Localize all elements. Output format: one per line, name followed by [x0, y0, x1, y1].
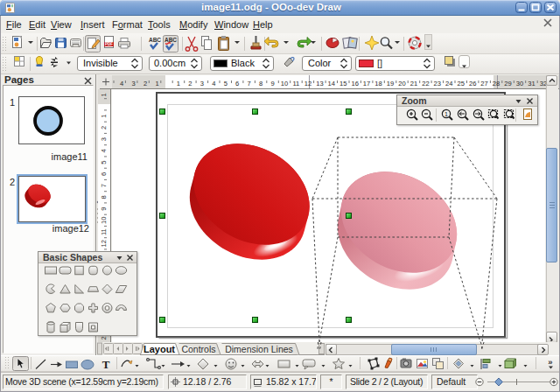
svg-text:4: 4	[120, 80, 123, 88]
svg-text:31: 31	[528, 80, 535, 88]
svg-text:2: 2	[144, 80, 147, 88]
svg-text:3: 3	[132, 80, 136, 88]
svg-text:»: »	[548, 357, 552, 367]
svg-text:PDF: PDF	[105, 42, 113, 46]
svg-text:1: 1	[444, 111, 448, 117]
svg-text:5: 5	[224, 80, 228, 88]
svg-text:27: 27	[480, 80, 487, 88]
svg-text:8: 8	[100, 195, 108, 199]
svg-text:Controls: Controls	[181, 344, 215, 354]
svg-text:1: 1	[155, 80, 158, 88]
svg-text:1: 1	[100, 93, 108, 96]
svg-text:ABC: ABC	[149, 37, 161, 43]
svg-text:ABC: ABC	[164, 37, 177, 43]
svg-text:1: 1	[177, 80, 180, 88]
svg-text:2: 2	[100, 126, 108, 130]
svg-text:25: 25	[458, 80, 465, 88]
svg-text:1: 1	[100, 114, 108, 117]
svg-text:11: 11	[292, 80, 299, 88]
svg-text:20: 20	[398, 80, 405, 88]
svg-text:4: 4	[212, 80, 215, 88]
svg-text:22: 22	[422, 80, 429, 88]
svg-text:7: 7	[247, 80, 250, 88]
svg-text:21: 21	[410, 80, 417, 88]
svg-text:17: 17	[363, 80, 370, 88]
svg-text:13: 13	[316, 80, 323, 88]
svg-text:30: 30	[516, 80, 523, 88]
svg-text:9: 9	[100, 206, 108, 210]
svg-text:12: 12	[304, 80, 312, 88]
svg-text:7: 7	[100, 184, 108, 187]
svg-text:23: 23	[434, 80, 441, 88]
svg-text:28: 28	[493, 80, 500, 88]
svg-text:8: 8	[259, 80, 262, 88]
svg-text:10: 10	[100, 217, 108, 224]
svg-text:Dimension Lines: Dimension Lines	[225, 344, 293, 354]
svg-text:5: 5	[100, 160, 108, 164]
svg-text:14: 14	[328, 80, 335, 88]
svg-text:T: T	[102, 358, 110, 371]
svg-text:16: 16	[351, 80, 358, 88]
svg-text:2: 2	[188, 80, 192, 88]
svg-text:26: 26	[469, 80, 476, 88]
svg-text:6: 6	[100, 172, 108, 176]
svg-text:12: 12	[100, 240, 108, 247]
svg-text:10: 10	[281, 80, 288, 88]
svg-text:29: 29	[504, 80, 511, 88]
svg-text:11: 11	[100, 228, 108, 235]
svg-text:9: 9	[270, 80, 274, 88]
svg-text:3: 3	[200, 80, 204, 88]
svg-text:6: 6	[235, 80, 239, 88]
svg-text:18: 18	[374, 80, 382, 88]
svg-text:19: 19	[387, 80, 394, 88]
svg-text:24: 24	[445, 80, 452, 88]
svg-text:4: 4	[100, 149, 108, 152]
svg-text:15: 15	[340, 80, 346, 88]
svg-text:3: 3	[100, 137, 108, 141]
svg-text:Layout: Layout	[144, 344, 175, 354]
